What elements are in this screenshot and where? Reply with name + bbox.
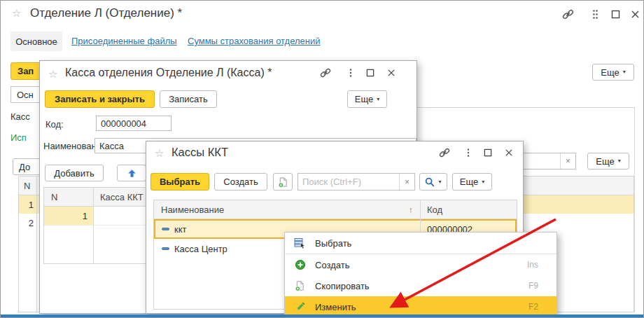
context-menu: Выбрать Создать Ins Скопировать F9 bbox=[284, 232, 557, 317]
kkt-window-title: Кассы ККТ bbox=[172, 146, 228, 159]
kassa-col-n[interactable]: N bbox=[44, 192, 93, 202]
search-input[interactable] bbox=[298, 174, 399, 190]
up-arrow-icon bbox=[127, 169, 136, 178]
copy-document-icon bbox=[278, 177, 288, 188]
main-save-close-button[interactable]: Зап bbox=[10, 62, 41, 80]
close-icon[interactable] bbox=[628, 8, 642, 20]
tab-insurance-sums[interactable]: Суммы страхования отделений bbox=[188, 36, 321, 46]
kassa-more-button[interactable]: Еще ▾ bbox=[347, 90, 387, 108]
create-by-copy-button[interactable] bbox=[273, 173, 293, 191]
link-icon[interactable] bbox=[318, 67, 332, 79]
menu-item-copy[interactable]: Скопировать F9 bbox=[285, 275, 556, 296]
main-inner-tab[interactable]: Осн bbox=[10, 86, 40, 103]
chevron-down-icon: ▾ bbox=[482, 179, 484, 185]
save-button[interactable]: Записать bbox=[160, 90, 217, 108]
bottom-bar bbox=[1, 314, 644, 318]
code-label: Код: bbox=[46, 119, 64, 130]
app-root: ☆ Отделение Л (Отделение) * Основное При… bbox=[0, 0, 644, 318]
create-icon bbox=[294, 259, 306, 270]
main-more-button[interactable]: Еще ▾ bbox=[592, 64, 634, 81]
favorite-star-icon[interactable]: ☆ bbox=[48, 69, 57, 79]
close-icon[interactable] bbox=[384, 67, 398, 79]
link-icon[interactable] bbox=[561, 8, 575, 20]
link-icon[interactable] bbox=[438, 146, 451, 159]
menu-item-create[interactable]: Создать Ins bbox=[285, 254, 556, 275]
maximize-icon[interactable] bbox=[481, 146, 495, 159]
group-right-border bbox=[634, 107, 635, 312]
kassa-window-title: Касса отделения Отделение Л (Касса) * bbox=[65, 67, 272, 79]
search-options-button[interactable]: ▾ bbox=[419, 173, 447, 191]
kebab-menu-icon[interactable] bbox=[461, 146, 475, 159]
chevron-down-icon: ▾ bbox=[623, 69, 626, 75]
catalog-item-icon bbox=[162, 228, 169, 230]
add-button[interactable]: Добавить bbox=[45, 165, 104, 181]
search-field-group[interactable]: × bbox=[298, 173, 415, 191]
tab-attached-files[interactable]: Присоединенные файлы bbox=[71, 36, 177, 46]
favorite-star-icon[interactable]: ☆ bbox=[155, 148, 164, 158]
tab-osnovnoe[interactable]: Основное bbox=[10, 32, 62, 51]
kkt-col-code[interactable]: Код bbox=[420, 205, 442, 215]
kassa-col-kkt[interactable]: Касса ККТ bbox=[93, 192, 144, 202]
select-icon bbox=[294, 237, 306, 249]
create-button[interactable]: Создать bbox=[214, 173, 267, 191]
menu-item-select[interactable]: Выбрать bbox=[285, 233, 556, 254]
magnifier-icon bbox=[425, 177, 435, 187]
kkt-col-name[interactable]: Наименование bbox=[161, 205, 224, 215]
main-col-n[interactable]: N bbox=[19, 181, 30, 191]
kassa-table-divider bbox=[93, 188, 94, 263]
clear-search-icon[interactable]: × bbox=[399, 174, 414, 190]
kebab-menu-icon[interactable] bbox=[588, 8, 602, 20]
select-button[interactable]: Выбрать bbox=[150, 173, 209, 191]
main-table-divider bbox=[36, 177, 37, 312]
kkt-more-button[interactable]: Еще ▾ bbox=[452, 173, 492, 191]
favorite-star-icon[interactable]: ☆ bbox=[12, 8, 21, 18]
copy-document-icon bbox=[294, 280, 306, 291]
kebab-menu-icon[interactable] bbox=[344, 67, 358, 79]
edit-pencil-icon bbox=[294, 301, 306, 312]
maximize-icon[interactable] bbox=[363, 67, 377, 79]
move-up-button[interactable] bbox=[117, 165, 146, 181]
main-usage-link[interactable]: Исп bbox=[10, 132, 27, 143]
clear-field-icon[interactable]: × bbox=[560, 153, 575, 169]
catalog-item-icon bbox=[162, 247, 169, 250]
sort-asc-icon[interactable]: ↑ bbox=[409, 205, 414, 215]
code-field[interactable] bbox=[96, 116, 172, 131]
main-field-more-button[interactable]: Еще ▾ bbox=[587, 153, 629, 170]
chevron-down-icon: ▾ bbox=[377, 97, 379, 102]
main-window-title: Отделение Л (Отделение) * bbox=[30, 6, 182, 20]
save-close-button[interactable]: Записать и закрыть bbox=[45, 90, 155, 108]
main-kassa-label: Касс bbox=[10, 111, 30, 122]
chevron-down-icon: ▾ bbox=[618, 158, 621, 164]
close-icon[interactable] bbox=[502, 146, 516, 159]
main-add-button[interactable]: До bbox=[13, 158, 41, 175]
chevron-down-icon: ▾ bbox=[438, 179, 441, 185]
maximize-icon[interactable] bbox=[608, 8, 622, 20]
